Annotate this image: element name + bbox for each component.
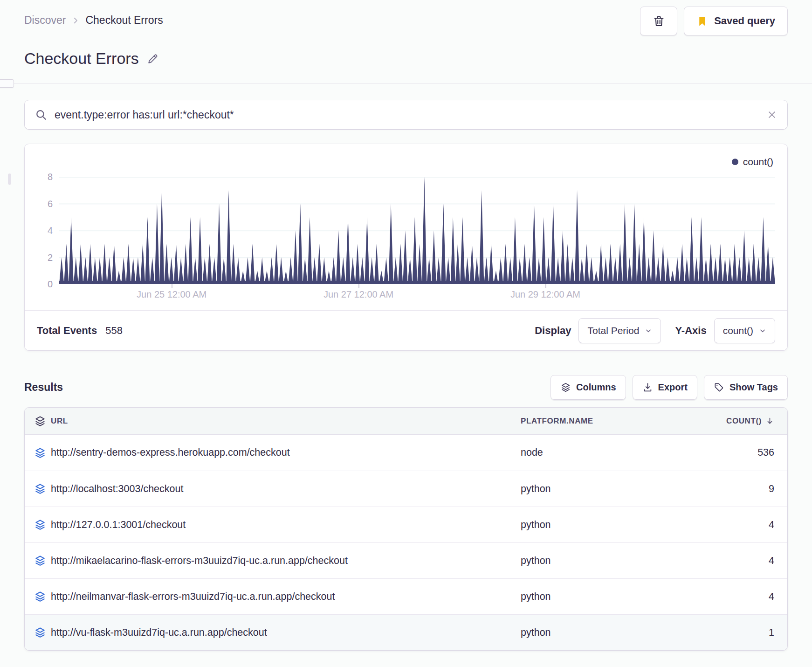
results-heading: Results [24, 381, 63, 394]
chart-footer: Total Events 558 Display Total Period Y-… [25, 310, 787, 350]
yaxis-value: count() [723, 325, 753, 336]
breadcrumb-current: Checkout Errors [85, 14, 163, 27]
layers-icon[interactable] [25, 415, 51, 427]
total-events: Total Events 558 [37, 325, 123, 337]
y-tick-label: 0 [48, 279, 53, 290]
export-label: Export [658, 382, 688, 393]
bookmark-icon [696, 15, 708, 27]
row-url[interactable]: http://localhost:3003/checkout [51, 483, 521, 495]
yaxis-select[interactable]: count() [714, 318, 775, 343]
layers-icon[interactable] [25, 519, 51, 531]
legend-dot-icon [732, 159, 738, 165]
columns-label: Columns [576, 382, 616, 393]
table-row[interactable]: http://vu-flask-m3uuizd7iq-uc.a.run.app/… [25, 614, 787, 650]
layers-icon[interactable] [25, 555, 51, 567]
results-bar: Results Columns Export Show Tags [24, 375, 788, 400]
row-url[interactable]: http://vu-flask-m3uuizd7iq-uc.a.run.app/… [51, 627, 521, 639]
total-events-label: Total Events [37, 325, 97, 337]
chart-legend[interactable]: count() [37, 153, 775, 177]
download-icon [642, 382, 653, 393]
x-tick-mark [358, 284, 359, 288]
page-title: Checkout Errors [24, 49, 788, 68]
show-tags-label: Show Tags [729, 382, 778, 393]
row-count: 1 [684, 627, 787, 639]
arrow-down-icon [765, 417, 774, 425]
row-count: 4 [684, 555, 787, 567]
y-axis-labels: 02468 [37, 177, 59, 284]
row-url[interactable]: http://127.0.0.1:3001/checkout [51, 519, 521, 531]
results-actions: Columns Export Show Tags [551, 375, 788, 400]
table-header-row: URL PLATFORM.NAME COUNT() [25, 408, 787, 435]
display-select[interactable]: Total Period [578, 318, 661, 343]
pencil-icon[interactable] [146, 52, 159, 65]
total-events-value: 558 [105, 325, 123, 337]
columns-button[interactable]: Columns [551, 375, 626, 400]
y-tick-label: 6 [48, 198, 53, 209]
chevron-down-icon [759, 327, 766, 334]
row-count: 536 [684, 447, 787, 459]
table-row[interactable]: http://127.0.0.1:3001/checkout python 4 [25, 507, 787, 542]
y-tick-label: 2 [48, 252, 53, 263]
layers-icon[interactable] [25, 483, 51, 495]
breadcrumb: Discover Checkout Errors [24, 7, 163, 27]
delete-query-button[interactable] [640, 7, 677, 35]
saved-query-button[interactable]: Saved query [684, 7, 788, 35]
search-bar [24, 100, 788, 130]
table-row[interactable]: http://localhost:3003/checkout python 9 [25, 471, 787, 507]
x-tick-label: Jun 27 12:00 AM [323, 289, 393, 300]
row-url[interactable]: http://mikaelacarino-flask-errors-m3uuiz… [51, 555, 521, 567]
discover-page: Discover Checkout Errors Saved query [0, 0, 812, 651]
yaxis-label: Y-Axis [675, 325, 706, 337]
chevron-down-icon [645, 327, 652, 334]
collapsed-sidebar-handle[interactable] [0, 79, 14, 88]
x-tick-label: Jun 25 12:00 AM [137, 289, 206, 300]
scroll-artifact [8, 174, 11, 185]
tag-icon [714, 382, 724, 393]
column-header-count[interactable]: COUNT() [684, 417, 787, 426]
saved-query-label: Saved query [714, 15, 775, 27]
row-count: 4 [684, 591, 787, 603]
layers-icon[interactable] [25, 447, 51, 459]
page-title-text: Checkout Errors [24, 49, 139, 68]
chart-card: count() 02468 Jun 25 12:00 AMJun 27 12:0… [24, 144, 788, 351]
column-header-platform[interactable]: PLATFORM.NAME [521, 417, 684, 426]
row-count: 4 [684, 519, 787, 531]
table-row[interactable]: http://neilmanvar-flask-errors-m3uuizd7i… [25, 578, 787, 614]
table-row[interactable]: http://mikaelacarino-flask-errors-m3uuiz… [25, 542, 787, 578]
chevron-right-icon [71, 16, 80, 25]
row-platform: python [521, 591, 684, 603]
layers-icon[interactable] [25, 591, 51, 603]
table-row[interactable]: http://sentry-demos-express.herokuapp.co… [25, 435, 787, 471]
search-icon [35, 109, 47, 121]
row-count: 9 [684, 483, 787, 495]
close-icon[interactable] [767, 110, 777, 120]
row-url[interactable]: http://neilmanvar-flask-errors-m3uuizd7i… [51, 591, 521, 603]
header-actions: Saved query [640, 7, 788, 35]
legend-label: count() [743, 156, 773, 167]
row-platform: python [521, 555, 684, 567]
chart-svg [59, 177, 775, 284]
row-platform: python [521, 627, 684, 639]
x-tick-mark [545, 284, 546, 288]
layers-icon[interactable] [25, 626, 51, 639]
row-platform: python [521, 519, 684, 531]
row-url[interactable]: http://sentry-demos-express.herokuapp.co… [51, 447, 521, 459]
header-divider [0, 83, 812, 84]
x-tick-mark [172, 284, 172, 288]
trash-icon [653, 15, 665, 28]
column-header-url[interactable]: URL [51, 417, 521, 426]
chart-controls: Display Total Period Y-Axis count() [535, 318, 775, 343]
row-platform: python [521, 483, 684, 495]
display-label: Display [535, 325, 571, 337]
chart-plot: Jun 25 12:00 AMJun 27 12:00 AMJun 29 12:… [59, 177, 775, 284]
layers-icon [560, 382, 571, 393]
export-button[interactable]: Export [633, 375, 697, 400]
top-bar: Discover Checkout Errors Saved query [24, 7, 788, 35]
search-input[interactable] [55, 109, 759, 121]
show-tags-button[interactable]: Show Tags [704, 375, 788, 400]
y-tick-label: 4 [48, 225, 53, 236]
display-value: Total Period [587, 325, 639, 336]
chart-area: 02468 Jun 25 12:00 AMJun 27 12:00 AMJun … [37, 177, 775, 284]
breadcrumb-discover[interactable]: Discover [24, 14, 66, 27]
results-table: URL PLATFORM.NAME COUNT() http://sentry-… [24, 407, 788, 651]
